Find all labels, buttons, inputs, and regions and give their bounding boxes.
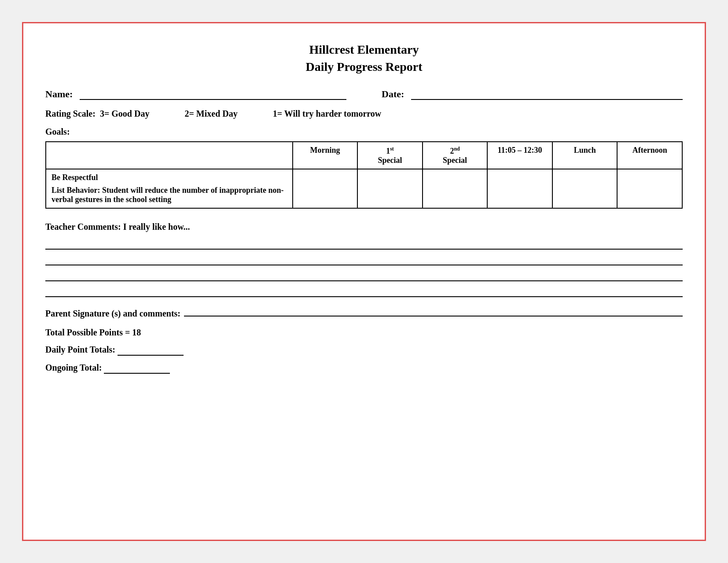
- lunch-score[interactable]: [552, 169, 618, 208]
- behavior-cell: Be Respectful List Behavior: Student wil…: [46, 169, 293, 208]
- ongoing-total-row: Ongoing Total:: [45, 363, 683, 374]
- header: Hillcrest Elementary Daily Progress Repo…: [45, 41, 683, 75]
- daily-total-row: Daily Point Totals:: [45, 345, 683, 356]
- school-name: Hillcrest Elementary: [45, 41, 683, 58]
- second-special-sup: nd: [454, 146, 460, 152]
- morning-score[interactable]: [293, 169, 358, 208]
- comment-line-1[interactable]: [45, 236, 683, 250]
- date-label: Date:: [382, 88, 404, 100]
- name-field-group: Name:: [45, 88, 346, 100]
- name-label: Name:: [45, 88, 73, 100]
- header-morning: Morning: [293, 142, 358, 169]
- parent-signature-label: Parent Signature (s) and comments:: [45, 309, 180, 319]
- daily-total-label: Daily Point Totals:: [45, 345, 115, 354]
- second-special-score[interactable]: [423, 169, 488, 208]
- teacher-comments-label: Teacher Comments: I really like how...: [45, 222, 683, 232]
- header-description: [46, 142, 293, 169]
- header-title: Hillcrest Elementary Daily Progress Repo…: [45, 41, 683, 75]
- daily-total-line[interactable]: [118, 345, 184, 356]
- header-lunch: Lunch: [552, 142, 618, 169]
- header-time-period: 11:05 – 12:30: [487, 142, 552, 169]
- ongoing-total-line[interactable]: [104, 363, 170, 374]
- header-first-special: 1st Special: [357, 142, 423, 169]
- time-period-score[interactable]: [487, 169, 552, 208]
- page: Hillcrest Elementary Daily Progress Repo…: [22, 22, 706, 541]
- rating-label: Rating Scale: 3= Good Day: [45, 109, 149, 119]
- goals-label: Goals:: [45, 127, 683, 137]
- afternoon-score[interactable]: [617, 169, 682, 208]
- name-date-row: Name: Date:: [45, 88, 683, 100]
- first-special-score[interactable]: [357, 169, 423, 208]
- first-special-sup: st: [390, 146, 394, 152]
- report-title: Daily Progress Report: [45, 58, 683, 75]
- parent-signature-section: Parent Signature (s) and comments:: [45, 306, 683, 319]
- total-possible-row: Total Possible Points = 18: [45, 327, 683, 338]
- comment-line-4[interactable]: [45, 283, 683, 297]
- parent-signature-line[interactable]: [184, 306, 683, 316]
- date-input-line[interactable]: [411, 91, 683, 100]
- header-afternoon: Afternoon: [617, 142, 682, 169]
- comment-line-2[interactable]: [45, 251, 683, 265]
- teacher-comments-section: Teacher Comments: I really like how...: [45, 222, 683, 297]
- date-field-group: Date:: [382, 88, 683, 100]
- totals-section: Total Possible Points = 18 Daily Point T…: [45, 327, 683, 374]
- progress-table: Morning 1st Special 2nd Special 11:05 – …: [45, 141, 683, 209]
- rating-mixed: 2= Mixed Day: [184, 109, 237, 119]
- header-second-special: 2nd Special: [423, 142, 488, 169]
- rating-scale: Rating Scale: 3= Good Day 2= Mixed Day 1…: [45, 109, 683, 119]
- name-input-line[interactable]: [80, 91, 346, 100]
- rating-try: 1= Will try harder tomorrow: [273, 109, 382, 119]
- comment-line-3[interactable]: [45, 267, 683, 281]
- behavior-description: List Behavior: Student will reduce the n…: [51, 186, 287, 204]
- behavior-title: Be Respectful: [51, 173, 287, 182]
- ongoing-total-label: Ongoing Total:: [45, 363, 102, 372]
- total-possible-label: Total Possible Points = 18: [45, 327, 141, 337]
- table-row: Be Respectful List Behavior: Student wil…: [46, 169, 682, 208]
